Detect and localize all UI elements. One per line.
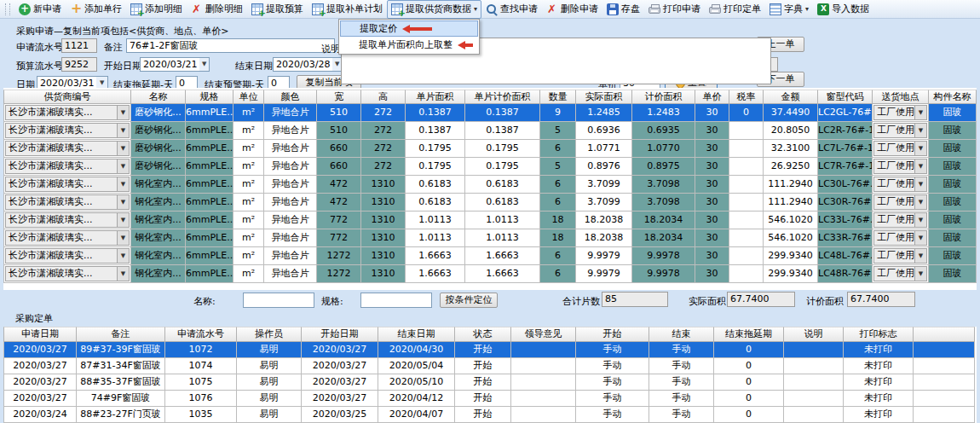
delivery-combobox[interactable]: 工厂使用▼ <box>873 247 929 265</box>
table-cell <box>784 391 844 407</box>
toolbar-button-new[interactable]: 新申请 <box>14 1 66 18</box>
toolbar-button-dictionary[interactable]: 字典▾ <box>765 1 813 18</box>
order-row[interactable]: 2020/03/2787#31-34F窗固玻1074易明2020/03/2720… <box>3 358 975 374</box>
delivery-combobox[interactable]: 工厂使用▼ <box>873 158 929 176</box>
table-cell: 固玻 <box>929 140 977 158</box>
toolbar-button-label: 打印申请 <box>663 3 700 15</box>
table-cell: m² <box>233 247 264 265</box>
toolbar-button-search[interactable]: 查找申请 <box>481 1 542 18</box>
detail-row[interactable]: 长沙市潇湘玻璃实...▼钢化室内...6mmPLE...m²异地合片772131… <box>3 229 977 247</box>
toolbar-button-label: 删除明细 <box>205 3 243 15</box>
supplier-combobox[interactable]: 长沙市潇湘玻璃实...▼ <box>3 247 131 265</box>
detail-row[interactable]: 长沙市潇湘玻璃实...▼钢化室内...6mmPLE...m²异地合片772131… <box>3 212 977 229</box>
detail-row[interactable]: 长沙市潇湘玻璃实...▼钢化室内...6mmPLE...m²异地合片472131… <box>3 176 977 194</box>
table-cell <box>729 247 764 265</box>
detail-row[interactable]: 长沙市潇湘玻璃实...▼磨砂钢化...6mmPLE...m²异地合片510272… <box>3 104 977 122</box>
column-header: 单位 <box>233 90 264 104</box>
table-cell <box>729 122 764 140</box>
table-cell: 手动 <box>649 407 714 423</box>
detail-table-header: 供货商编号名称规格单位颜色宽高单片面积单片计价面积数量实际面积计价面积单价税率金… <box>3 90 977 104</box>
supplier-combobox[interactable]: 长沙市潇湘玻璃实...▼ <box>3 176 131 194</box>
toolbar-button-label: 提取预算 <box>266 3 303 15</box>
supplier-combobox[interactable]: 长沙市潇湘玻璃实...▼ <box>3 229 131 247</box>
supplier-combobox[interactable]: 长沙市潇湘玻璃实...▼ <box>3 212 131 229</box>
supplier-combobox[interactable]: 长沙市潇湘玻璃实...▼ <box>3 104 131 122</box>
detail-row[interactable]: 长沙市潇湘玻璃实...▼磨砂钢化...6mmPLE...m²异地合片660272… <box>3 158 977 176</box>
detail-row[interactable]: 长沙市潇湘玻璃实...▼钢化室内...6mmPLE...m²异地合片472131… <box>3 194 977 212</box>
toolbar-button-delete-request[interactable]: 删除申请 <box>542 1 602 18</box>
delivery-combobox[interactable]: 工厂使用▼ <box>873 140 929 158</box>
table-cell: 1310 <box>361 265 406 283</box>
table-cell: 1.0770 <box>632 140 695 158</box>
table-cell: 1072 <box>165 342 237 358</box>
supplier-combobox[interactable]: 长沙市潇湘玻璃实...▼ <box>3 265 131 283</box>
table-cell: 6mmPLE... <box>186 158 233 176</box>
supplier-combobox[interactable]: 长沙市潇湘玻璃实...▼ <box>3 158 131 176</box>
locate-by-condition-button[interactable]: 按条件定位 <box>440 293 498 308</box>
delivery-combobox[interactable]: 工厂使用▼ <box>873 104 929 122</box>
table-cell: 87#31-34F窗固玻 <box>77 358 165 374</box>
delivery-combobox[interactable]: 工厂使用▼ <box>873 229 929 247</box>
column-header: 结束 <box>649 327 714 342</box>
toolbar-button-extract-plan[interactable]: 提取补单计划 <box>308 1 387 18</box>
toolbar-button-add-detail[interactable]: 添加明细 <box>126 1 187 18</box>
toolbar-button-extract-budget[interactable]: 提取预算 <box>247 1 308 18</box>
delivery-combobox[interactable]: 工厂使用▼ <box>873 194 929 212</box>
request-no-field[interactable]: 1121 <box>61 38 97 53</box>
column-header: 实际面积 <box>576 90 632 104</box>
menu-item-0[interactable]: 提取定价 <box>340 20 478 37</box>
toolbar-button-import[interactable]: 导入数据 <box>813 1 873 18</box>
delivery-combobox[interactable]: 工厂使用▼ <box>873 265 929 283</box>
table-cell: LC48L-76#... <box>818 247 873 265</box>
toolbar-button-add-row[interactable]: 添加单行 <box>66 1 126 18</box>
menu-item-1[interactable]: 提取单片面积向上取整 <box>340 37 478 53</box>
order-row[interactable]: 2020/03/2774#9F窗固玻1076易明2020/03/272020/0… <box>3 391 975 407</box>
supplier-combobox[interactable]: 长沙市潇湘玻璃实...▼ <box>3 194 131 212</box>
toolbar-button-print-order[interactable]: 打印定单 <box>705 1 765 18</box>
table-cell: 9.9979 <box>576 247 632 265</box>
table-cell: 0.8975 <box>632 158 695 176</box>
start-date-select[interactable]: 2020/03/21▼ <box>140 57 210 72</box>
table-cell: LC2R-76#-1F <box>818 122 873 140</box>
supplier-combobox[interactable]: 长沙市潇湘玻璃实...▼ <box>3 140 131 158</box>
table-cell: 手动 <box>576 374 649 391</box>
table-cell: 钢化室内... <box>131 194 186 212</box>
order-row[interactable]: 2020/03/2488#23-27F门页玻1035易明2020/03/2520… <box>3 407 975 423</box>
table-cell: 272 <box>361 140 406 158</box>
table-cell: 32.3100 <box>764 140 818 158</box>
toolbar-button-print-request[interactable]: 打印申请 <box>644 1 705 18</box>
toolbar-button-label: 提取供货商数据 <box>406 3 471 15</box>
delivery-combobox[interactable]: 工厂使用▼ <box>873 122 929 140</box>
toolbar-button-extract-supplier[interactable]: 提取供货商数据▾ <box>387 0 481 19</box>
total-pieces-label: 合计片数 <box>562 295 600 308</box>
order-row[interactable]: 2020/03/2789#37-39F窗固玻1072易明2020/03/2720… <box>3 342 975 358</box>
end-date-select[interactable]: 2020/03/28▼ <box>273 57 343 72</box>
column-header: 单片面积 <box>406 90 465 104</box>
extract-supplier-icon <box>391 3 403 15</box>
table-cell: 30 <box>695 122 729 140</box>
total-pieces-field: 85 <box>602 292 668 307</box>
table-cell <box>914 358 975 374</box>
delivery-combobox[interactable]: 工厂使用▼ <box>873 176 929 194</box>
delivery-combobox[interactable]: 工厂使用▼ <box>873 212 929 229</box>
table-cell: 未打印 <box>844 358 914 374</box>
supplier-combobox[interactable]: 长沙市潇湘玻璃实...▼ <box>3 122 131 140</box>
remark-field[interactable]: 76#1-2F窗固玻 <box>126 38 335 53</box>
table-cell: 未打印 <box>844 391 914 407</box>
table-cell: 开始 <box>455 391 511 407</box>
table-cell: 546.1020 <box>764 212 818 229</box>
detail-row[interactable]: 长沙市潇湘玻璃实...▼钢化室内...6mmPLE...m²异地合片127213… <box>3 247 977 265</box>
budget-no-field[interactable]: 9252 <box>61 57 97 72</box>
column-header: 高 <box>361 90 406 104</box>
name-filter-input[interactable] <box>243 293 314 308</box>
table-cell: LC30R-76#... <box>818 194 873 212</box>
detail-row[interactable]: 长沙市潇湘玻璃实...▼钢化室内...6mmPLE...m²异地合片127213… <box>3 265 977 283</box>
table-cell: 9.9978 <box>632 265 695 283</box>
table-cell <box>784 342 844 358</box>
toolbar-button-save[interactable]: 存盘 <box>602 1 644 18</box>
spec-filter-input[interactable] <box>360 293 432 308</box>
toolbar-button-delete-detail[interactable]: 删除明细 <box>187 1 247 18</box>
detail-row[interactable]: 长沙市潇湘玻璃实...▼磨砂钢化...6mmPLE...m²异地合片510272… <box>3 122 977 140</box>
detail-row[interactable]: 长沙市潇湘玻璃实...▼磨砂钢化...6mmPLE...m²异地合片660272… <box>3 140 977 158</box>
order-row[interactable]: 2020/03/2788#35-37F窗固玻1075易明2020/03/2720… <box>3 374 975 391</box>
